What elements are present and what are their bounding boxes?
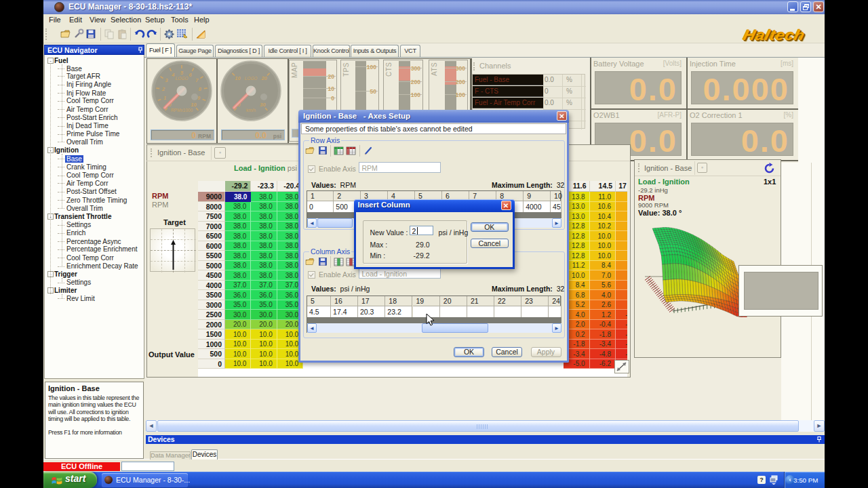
svg-text:2: 2 [161,86,165,92]
svg-text:LOGO: LOGO [245,76,258,81]
svg-text:RPMx1000: RPMx1000 [171,108,193,113]
svg-text:4: 4 [171,72,175,78]
svg-text:1: 1 [163,95,166,101]
svg-text:10: 10 [235,75,241,81]
svg-text:km/h: km/h [246,108,256,113]
svg-text:20: 20 [260,75,267,81]
svg-text:10: 10 [191,102,197,108]
svg-text:30: 30 [260,102,266,108]
svg-text:LOGO: LOGO [176,76,189,81]
